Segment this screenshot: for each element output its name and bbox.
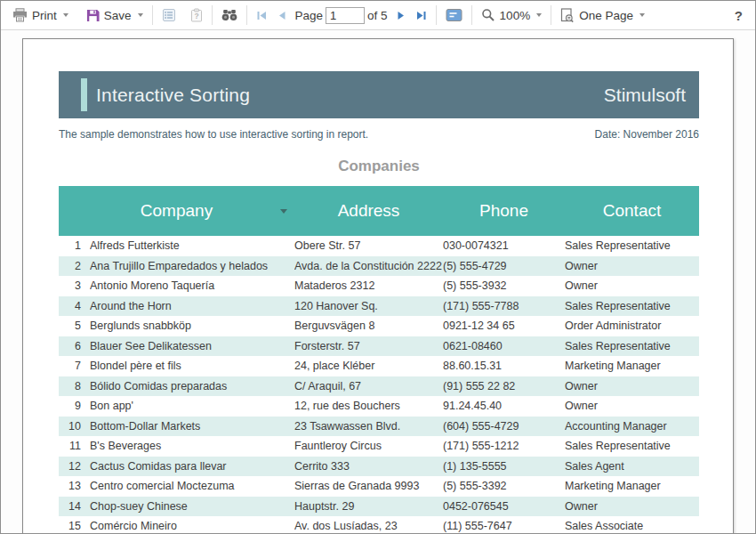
cell-address: Obere Str. 57: [294, 236, 443, 256]
cell-num: 8: [59, 376, 90, 397]
cell-phone: 91.24.45.40: [443, 396, 565, 417]
cell-address: Berguvsvägen 8: [294, 316, 443, 336]
cell-company: Antonio Moreno Taquería: [90, 276, 294, 296]
last-page-button[interactable]: [411, 7, 431, 24]
previous-page-button[interactable]: [272, 7, 293, 24]
section-title: Companies: [59, 158, 699, 175]
column-header-contact[interactable]: Contact: [565, 201, 699, 221]
cell-contact: Sales Agent: [565, 457, 699, 477]
zoom-value: 100%: [500, 9, 531, 22]
column-header-phone[interactable]: Phone: [443, 201, 565, 221]
view-mode-value: One Page: [579, 9, 633, 22]
viewer-viewport: Interactive Sorting Stimulsoft The sampl…: [1, 30, 755, 533]
cell-contact: Owner: [565, 396, 699, 417]
cell-company: Cactus Comidas para llevar: [90, 457, 294, 477]
cell-company: Around the Horn: [90, 296, 294, 317]
cell-num: 12: [59, 457, 90, 477]
cell-num: 4: [59, 296, 90, 317]
cell-company: Bólido Comidas preparadas: [90, 376, 294, 397]
cell-address: Mataderos 2312: [294, 276, 443, 296]
cell-phone: (11) 555-7647: [443, 516, 565, 534]
cell-address: Sierras de Granada 9993: [294, 476, 443, 497]
cell-num: 11: [59, 436, 90, 457]
cell-phone: 0621-08460: [443, 336, 565, 357]
table-row: 2Ana Trujillo Emparedados y heladosAvda.…: [59, 256, 699, 277]
table-row: 4Around the Horn120 Hanover Sq.(171) 555…: [59, 296, 699, 317]
svg-text:?: ?: [194, 12, 198, 20]
table-row: 3Antonio Moreno TaqueríaMataderos 2312(5…: [59, 276, 699, 296]
magnifier-icon: [481, 8, 495, 22]
table-row: 6Blauer See DelikatessenForsterstr. 5706…: [59, 336, 699, 357]
column-header-address[interactable]: Address: [294, 201, 443, 221]
cell-company: Berglunds snabbköp: [90, 316, 294, 336]
pages-total-label: of 5: [365, 9, 390, 22]
cell-company: Blauer See Delikatessen: [90, 336, 294, 357]
cell-address: Fauntleroy Circus: [294, 436, 443, 457]
report-header-band: Interactive Sorting Stimulsoft: [59, 71, 699, 118]
next-page-icon: [395, 10, 406, 21]
cell-company: Ana Trujillo Emparedados y helados: [90, 256, 294, 277]
column-header-company[interactable]: Company: [59, 201, 294, 221]
view-mode-button[interactable]: One Page: [556, 5, 649, 26]
cell-contact: Order Administrator: [565, 316, 699, 336]
cell-phone: (5) 555-3932: [443, 276, 565, 296]
cell-num: 1: [59, 236, 90, 256]
cell-address: C/ Araquil, 67: [294, 376, 443, 397]
find-button[interactable]: [217, 6, 242, 24]
cell-address: 24, place Kléber: [294, 356, 443, 376]
toolbar-separator: [436, 5, 437, 25]
cell-address: 120 Hanover Sq.: [294, 296, 443, 317]
first-page-button[interactable]: [252, 7, 272, 24]
toolbar-separator: [152, 5, 153, 25]
cell-phone: (5) 555-3392: [443, 476, 565, 497]
report-subtitle: The sample demonstrates how to use inter…: [59, 128, 368, 141]
cell-contact: Owner: [565, 376, 699, 397]
cell-company: Alfreds Futterkiste: [90, 236, 294, 256]
cell-phone: 0452-076545: [443, 497, 565, 517]
table-header: Company Address Phone Contact: [59, 186, 699, 236]
print-button[interactable]: Print: [8, 5, 73, 25]
bookmarks-button[interactable]: [157, 5, 181, 25]
table-row: 8Bólido Comidas preparadasC/ Araquil, 67…: [59, 376, 699, 397]
zoom-button[interactable]: 100%: [477, 5, 547, 25]
editor-button[interactable]: [441, 5, 467, 25]
cell-contact: Owner: [565, 497, 699, 517]
cell-num: 7: [59, 356, 90, 376]
editor-icon: [446, 8, 462, 22]
table-row: 5Berglunds snabbköpBerguvsvägen 80921-12…: [59, 316, 699, 336]
cell-contact: Owner: [565, 256, 699, 277]
cell-contact: Sales Associate: [565, 516, 699, 534]
chevron-down-icon: [639, 13, 645, 17]
cell-contact: Sales Representative: [565, 336, 699, 357]
cell-num: 15: [59, 516, 90, 534]
cell-phone: (5) 555-4729: [443, 256, 565, 277]
cell-company: Blondel père et fils: [90, 356, 294, 376]
cell-num: 5: [59, 316, 90, 336]
report-date: Date: November 2016: [595, 128, 699, 141]
cell-phone: (171) 555-1212: [443, 436, 565, 457]
help-button[interactable]: ?: [729, 6, 748, 25]
chevron-down-icon: [63, 13, 68, 17]
cell-company: Centro comercial Moctezuma: [90, 476, 294, 497]
table-row: 14Chop-suey ChineseHauptstr. 290452-0765…: [59, 497, 699, 517]
page-label: Page: [293, 9, 326, 22]
cell-phone: 030-0074321: [443, 236, 565, 256]
page-number-input[interactable]: [326, 7, 365, 24]
cell-contact: Marketing Manager: [565, 476, 699, 497]
parameters-button[interactable]: ?: [186, 5, 207, 25]
table-row: 11B's BeveragesFauntleroy Circus(171) 55…: [59, 436, 699, 457]
cell-num: 2: [59, 256, 90, 277]
cell-phone: (604) 555-4729: [443, 417, 565, 437]
cell-phone: (1) 135-5555: [443, 457, 565, 477]
next-page-button[interactable]: [390, 7, 411, 24]
toolbar-separator: [212, 5, 213, 25]
cell-num: 13: [59, 476, 90, 497]
toolbar-separator: [551, 5, 551, 25]
cell-address: Forsterstr. 57: [294, 336, 443, 357]
save-button[interactable]: Save: [82, 6, 148, 25]
cell-num: 10: [59, 417, 90, 437]
table-row: 12Cactus Comidas para llevarCerrito 333(…: [59, 457, 699, 477]
report-title: Interactive Sorting: [96, 85, 250, 106]
save-label: Save: [104, 9, 132, 22]
cell-num: 9: [59, 396, 90, 417]
